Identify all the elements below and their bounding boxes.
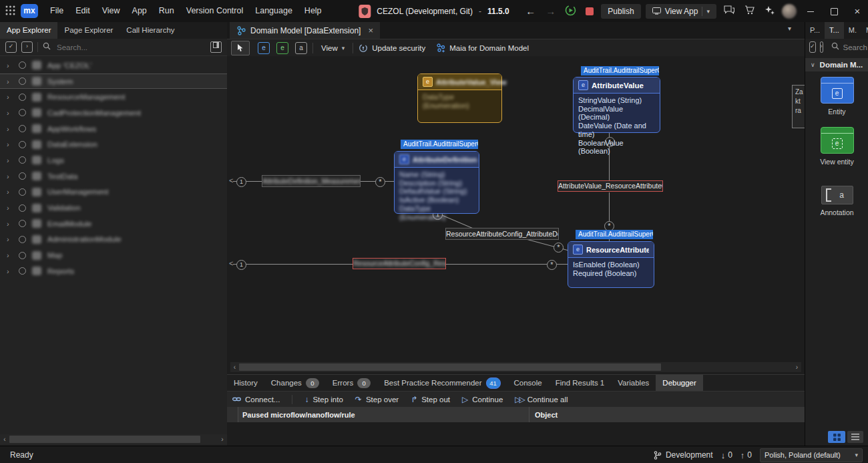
tree-item-module[interactable]: › ResourceManagement <box>0 89 227 105</box>
step-out-button[interactable]: ↱Step out <box>411 396 450 404</box>
debugger-connect-button[interactable]: Connect... <box>232 396 280 404</box>
view-entity-tool-icon[interactable]: e <box>276 42 288 54</box>
feedback-icon[interactable] <box>721 5 737 17</box>
menu-language[interactable]: Language <box>249 0 298 22</box>
window-maximize-button[interactable] <box>825 0 843 22</box>
step-over-button[interactable]: ↷Step over <box>355 396 399 404</box>
tree-item-module[interactable]: › UserManagement <box>0 184 227 200</box>
marketplace-cart-icon[interactable] <box>742 5 757 17</box>
panel-layout-icon[interactable] <box>210 41 222 53</box>
tree-item-module[interactable]: › Validation <box>0 200 227 216</box>
dock-tab-errors[interactable]: Errors0 <box>326 375 377 391</box>
entity-tool-icon[interactable]: e <box>258 42 270 54</box>
association-label-resourceattributeconfig-attributedefinition[interactable]: ResourceAttributeConfig_AttributeDefinit… <box>445 228 559 240</box>
tab-list-dropdown-icon[interactable]: ▾ <box>788 25 791 32</box>
pull-changes-button[interactable]: ↓ 0 <box>721 450 732 460</box>
entity-attributevalue-view[interactable]: e AttributeValue_View DataType (Enumerat… <box>417 73 502 123</box>
tab-marketplace[interactable]: M. <box>844 22 861 39</box>
expander-icon[interactable]: › <box>7 109 13 117</box>
scroll-left-icon[interactable]: ‹ <box>0 436 9 443</box>
view-app-dropdown-icon[interactable]: ▾ <box>706 8 710 15</box>
menu-help[interactable]: Help <box>298 0 328 22</box>
scroll-right-icon[interactable]: › <box>218 436 227 443</box>
view-menu-button[interactable]: View ▾ <box>318 44 347 52</box>
mendix-logo[interactable]: mx <box>21 4 38 18</box>
tab-app-explorer[interactable]: App Explorer <box>0 22 57 39</box>
push-changes-button[interactable]: ↑ 0 <box>740 450 752 460</box>
scroll-left-icon[interactable]: ‹ <box>230 363 239 371</box>
scroll-right-icon[interactable]: › <box>793 363 801 371</box>
dock-tab-find-results[interactable]: Find Results 1 <box>549 375 612 391</box>
maia-sparkles-icon[interactable] <box>762 5 777 17</box>
branch-selector[interactable]: Development <box>654 450 713 460</box>
publish-button[interactable]: Publish <box>601 4 640 19</box>
scrollbar-thumb[interactable] <box>239 363 661 371</box>
step-into-button[interactable]: ↓Step into <box>304 396 343 404</box>
expander-icon[interactable]: › <box>7 204 13 212</box>
menu-view[interactable]: View <box>96 0 126 22</box>
tree-item-module[interactable]: › AdministrationModule <box>0 232 227 248</box>
entity-attributevalue[interactable]: e AttributeValue StringValue (String) De… <box>573 77 660 133</box>
menu-file[interactable]: File <box>44 0 69 22</box>
entity-resourceattributeconfig[interactable]: e ResourceAttributeConf... IsEnabled (Bo… <box>568 241 654 288</box>
tab-page-explorer[interactable]: Page Explorer <box>57 22 120 39</box>
window-minimize-button[interactable] <box>801 0 820 22</box>
toolbox-item-entity[interactable]: e Entity <box>805 77 868 116</box>
tree-item-module[interactable]: › CadProtectionManagement <box>0 105 227 121</box>
view-app-button[interactable]: View App ▾ <box>646 4 716 19</box>
dock-tab-debugger[interactable]: Debugger <box>656 375 703 391</box>
app-grid-icon[interactable] <box>5 5 15 17</box>
expander-icon[interactable]: › <box>7 188 13 196</box>
nav-forward-icon[interactable]: → <box>543 5 558 17</box>
tree-item-app[interactable]: › App 'CEZOL' <box>0 57 227 73</box>
expand-to-document-icon[interactable]: › <box>820 41 823 53</box>
debugger-table-body[interactable] <box>227 422 805 446</box>
nav-back-icon[interactable]: ← <box>523 5 538 17</box>
expander-icon[interactable]: › <box>7 140 13 148</box>
tab-maia[interactable]: M. <box>861 22 868 39</box>
menu-edit[interactable]: Edit <box>69 0 96 22</box>
tab-call-hierarchy[interactable]: Call Hierarchy <box>120 22 181 39</box>
menu-version-control[interactable]: Version Control <box>180 0 249 22</box>
menu-app[interactable]: App <box>126 0 153 22</box>
run-app-icon[interactable] <box>563 5 578 18</box>
tree-item-module[interactable]: › Map <box>0 247 227 263</box>
tree-item-module[interactable]: › AppWorkflows <box>0 121 227 137</box>
language-selector[interactable]: Polish, Poland (default) ▾ <box>760 448 863 462</box>
grid-view-toggle[interactable] <box>828 431 845 443</box>
column-object[interactable]: Object <box>529 407 805 422</box>
canvas-horizontal-scrollbar[interactable]: ‹ › <box>230 362 801 372</box>
expander-icon[interactable]: › <box>7 61 13 69</box>
tree-item-module[interactable]: › Reports <box>0 263 227 279</box>
toolbox-item-view-entity[interactable]: e View entity <box>805 127 868 166</box>
expander-icon[interactable]: › <box>7 172 13 180</box>
tab-toolbox[interactable]: T... <box>825 22 844 39</box>
update-security-button[interactable]: Update security <box>359 43 425 53</box>
tab-domain-model[interactable]: Domain Model [DataExtension] × <box>230 22 380 39</box>
scrollbar-thumb[interactable] <box>9 436 200 443</box>
expander-icon[interactable]: › <box>7 220 13 228</box>
toolbox-search-placeholder[interactable]: Search <box>843 43 867 51</box>
expander-icon[interactable]: › <box>7 251 13 259</box>
user-avatar[interactable] <box>782 4 797 19</box>
maia-domain-model-button[interactable]: Maia for Domain Model <box>436 43 529 53</box>
tree-item-module[interactable]: › DataExtension <box>0 136 227 152</box>
expander-icon[interactable]: › <box>7 93 13 101</box>
continue-all-button[interactable]: ▷▷Continue all <box>515 396 568 404</box>
stop-app-icon[interactable] <box>586 7 594 15</box>
dock-tab-console[interactable]: Console <box>507 375 549 391</box>
annotation-box[interactable]: Za kt ra <box>792 85 805 128</box>
window-close-button[interactable]: × <box>848 0 867 22</box>
dock-tab-history[interactable]: History <box>227 375 264 391</box>
toolbox-item-annotation[interactable]: a Annotation <box>805 186 868 216</box>
entity-attributedefinition[interactable]: e AttributeDefinition Name (String) Desc… <box>394 151 479 214</box>
select-tool-button[interactable] <box>231 41 250 55</box>
tree-item-module[interactable]: › TestData <box>0 168 227 184</box>
list-view-toggle[interactable] <box>847 431 863 443</box>
dock-tab-changes[interactable]: Changes0 <box>264 375 326 391</box>
domain-model-canvas[interactable]: < 1 * 1 * 1 * < 1 * e AttributeValue_Vie… <box>227 56 805 362</box>
expand-to-document-icon[interactable]: › <box>21 41 33 53</box>
explorer-horizontal-scrollbar[interactable]: ‹ › <box>0 434 227 444</box>
select-active-document-icon[interactable]: ✓ <box>5 41 17 53</box>
toolbox-section-header[interactable]: ∨ Domain M... <box>805 58 868 71</box>
